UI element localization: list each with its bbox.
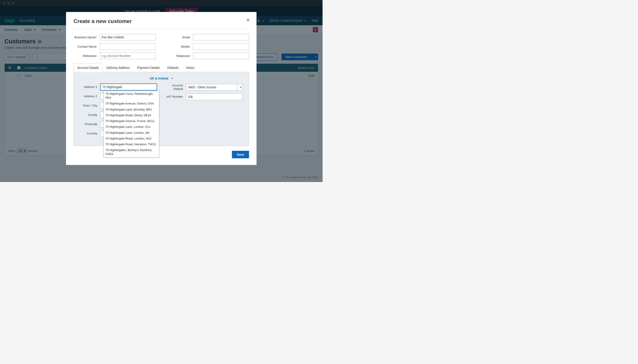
- county-label: County: [80, 113, 100, 117]
- contact-name-label: Contact Name: [74, 45, 100, 48]
- account-details-panel: UK & Ireland Address 1 75 Nightingale Co…: [74, 72, 249, 146]
- tab-payment-details[interactable]: Payment Details: [133, 64, 164, 72]
- create-customer-modal: Create a new customer Business Name* Con…: [66, 12, 257, 165]
- telephone-label: Telephone: [167, 54, 193, 58]
- tab-delivery-address[interactable]: Delivery Address: [103, 64, 133, 72]
- telephone-input[interactable]: [193, 52, 249, 59]
- autocomplete-item[interactable]: 75 Nightingale Road, Hampton, TW12: [104, 142, 159, 147]
- account-default-label: Account Default: [166, 84, 186, 91]
- autocomplete-item[interactable]: 75 Nightingales, Bishop's Stortford, CM2…: [104, 147, 159, 157]
- select-caret: [237, 84, 243, 90]
- town-label: Town / City: [80, 104, 100, 108]
- email-input[interactable]: [193, 34, 249, 40]
- vat-number-label: VAT Number: [166, 95, 186, 98]
- address-autocomplete: 75 Nightingale Court, Peterborough, PE4 …: [104, 91, 159, 158]
- tab-notes[interactable]: Notes: [183, 64, 198, 72]
- contact-name-input[interactable]: [100, 43, 156, 50]
- postcode-label: Postcode: [80, 122, 100, 126]
- close-button[interactable]: [246, 18, 250, 23]
- mobile-label: Mobile: [167, 45, 193, 48]
- autocomplete-item[interactable]: 75 Nightingale Lane, Bromley, BR1: [104, 107, 159, 112]
- modal-top-form: Business Name* Contact Name Reference Em…: [74, 34, 249, 62]
- tab-account-details[interactable]: Account Details: [74, 64, 103, 72]
- close-icon: [246, 18, 250, 22]
- email-label: Email: [167, 36, 193, 39]
- account-default-value: 4900 - Other income: [186, 84, 237, 90]
- modal-title: Create a new customer: [74, 18, 249, 24]
- autocomplete-item[interactable]: 75 Nightingale Road, London, N22: [104, 136, 159, 142]
- save-button[interactable]: Save: [232, 151, 249, 158]
- address1-input[interactable]: [100, 84, 157, 90]
- caret-down-icon: [240, 87, 241, 88]
- reference-label: Reference: [74, 54, 100, 58]
- caret-down-icon: [171, 78, 173, 79]
- autocomplete-item[interactable]: 75 Nightingale Lane, London, E11: [104, 124, 159, 130]
- autocomplete-item[interactable]: 75 Nightingale Avenue, Frome, BA11: [104, 118, 159, 124]
- vat-number-input[interactable]: [186, 94, 243, 100]
- address2-label: Address 2: [80, 94, 100, 98]
- tab-defaults[interactable]: Defaults: [164, 64, 182, 72]
- modal-overlay: Create a new customer Business Name* Con…: [0, 0, 323, 182]
- reference-input[interactable]: [100, 52, 156, 59]
- address1-label: Address 1: [80, 85, 100, 89]
- autocomplete-item[interactable]: 75 Nightingale Avenue, Oxford, OX4: [104, 101, 159, 106]
- country-label: Country: [80, 132, 100, 135]
- region-dropdown[interactable]: UK & Ireland: [80, 76, 243, 80]
- modal-tabs: Account Details Delivery Address Payment…: [74, 64, 249, 72]
- business-name-input[interactable]: [100, 34, 156, 40]
- mobile-input[interactable]: [193, 43, 249, 50]
- autocomplete-item[interactable]: 75 Nightingale Lane, London, N8: [104, 130, 159, 136]
- business-name-label: Business Name*: [74, 36, 100, 39]
- autocomplete-item[interactable]: 75 Nightingale Road, Derby, DE24: [104, 112, 159, 118]
- autocomplete-item[interactable]: 75 Nightingale Court, Peterborough, PE4: [104, 91, 159, 101]
- account-default-select[interactable]: 4900 - Other income: [186, 84, 243, 90]
